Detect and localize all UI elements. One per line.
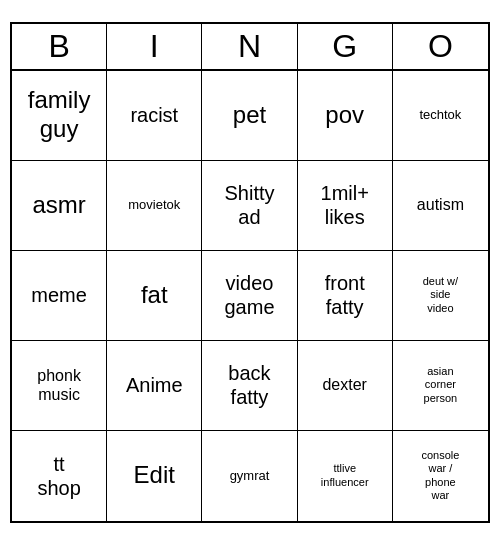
bingo-cell[interactable]: asmr: [12, 161, 107, 251]
bingo-cell[interactable]: ttlive influencer: [298, 431, 393, 521]
header-letter: O: [393, 24, 488, 69]
cell-text: dexter: [322, 375, 366, 394]
bingo-cell[interactable]: phonk music: [12, 341, 107, 431]
bingo-cell[interactable]: racist: [107, 71, 202, 161]
cell-text: Edit: [134, 461, 175, 490]
cell-text: ttlive influencer: [321, 462, 369, 488]
header-letter: I: [107, 24, 202, 69]
bingo-header: BINGO: [12, 24, 488, 71]
bingo-cell[interactable]: asian corner person: [393, 341, 488, 431]
bingo-cell[interactable]: meme: [12, 251, 107, 341]
header-letter: N: [202, 24, 297, 69]
bingo-cell[interactable]: techtok: [393, 71, 488, 161]
cell-text: pov: [325, 101, 364, 130]
bingo-cell[interactable]: tt shop: [12, 431, 107, 521]
bingo-cell[interactable]: back fatty: [202, 341, 297, 431]
cell-text: 1mil+ likes: [321, 181, 369, 229]
bingo-grid: family guyracistpetpovtechtokasmrmovieto…: [12, 71, 488, 521]
bingo-cell[interactable]: 1mil+ likes: [298, 161, 393, 251]
cell-text: phonk music: [37, 366, 81, 404]
cell-text: console war / phone war: [421, 449, 459, 502]
cell-text: tt shop: [37, 452, 80, 500]
bingo-cell[interactable]: Edit: [107, 431, 202, 521]
bingo-cell[interactable]: front fatty: [298, 251, 393, 341]
header-letter: B: [12, 24, 107, 69]
bingo-cell[interactable]: fat: [107, 251, 202, 341]
bingo-cell[interactable]: autism: [393, 161, 488, 251]
bingo-card: BINGO family guyracistpetpovtechtokasmrm…: [10, 22, 490, 523]
bingo-cell[interactable]: family guy: [12, 71, 107, 161]
bingo-cell[interactable]: deut w/ side video: [393, 251, 488, 341]
cell-text: asmr: [32, 191, 85, 220]
bingo-cell[interactable]: video game: [202, 251, 297, 341]
cell-text: fat: [141, 281, 168, 310]
bingo-cell[interactable]: Anime: [107, 341, 202, 431]
cell-text: video game: [224, 271, 274, 319]
cell-text: back fatty: [228, 361, 270, 409]
cell-text: techtok: [419, 107, 461, 123]
cell-text: front fatty: [325, 271, 365, 319]
cell-text: asian corner person: [424, 365, 458, 405]
cell-text: racist: [130, 103, 178, 127]
cell-text: autism: [417, 195, 464, 214]
cell-text: meme: [31, 283, 87, 307]
cell-text: gymrat: [230, 468, 270, 484]
bingo-cell[interactable]: gymrat: [202, 431, 297, 521]
bingo-cell[interactable]: pov: [298, 71, 393, 161]
cell-text: movietok: [128, 197, 180, 213]
cell-text: family guy: [28, 86, 91, 144]
bingo-cell[interactable]: dexter: [298, 341, 393, 431]
cell-text: pet: [233, 101, 266, 130]
cell-text: Anime: [126, 373, 183, 397]
bingo-cell[interactable]: console war / phone war: [393, 431, 488, 521]
bingo-cell[interactable]: movietok: [107, 161, 202, 251]
bingo-cell[interactable]: Shitty ad: [202, 161, 297, 251]
cell-text: Shitty ad: [224, 181, 274, 229]
bingo-cell[interactable]: pet: [202, 71, 297, 161]
header-letter: G: [298, 24, 393, 69]
cell-text: deut w/ side video: [423, 275, 458, 315]
